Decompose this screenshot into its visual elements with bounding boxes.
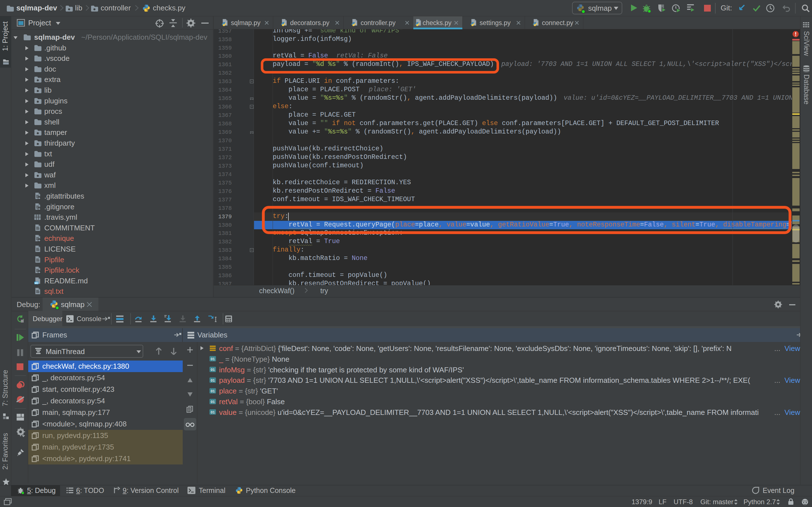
- svg-text:MD: MD: [35, 282, 38, 284]
- svg-text:01: 01: [211, 357, 214, 361]
- svg-text:01: 01: [211, 400, 214, 404]
- svg-text:01: 01: [211, 368, 214, 372]
- svg-text:01: 01: [211, 389, 214, 393]
- svg-text:01: 01: [211, 410, 214, 414]
- svg-text:01: 01: [211, 378, 214, 383]
